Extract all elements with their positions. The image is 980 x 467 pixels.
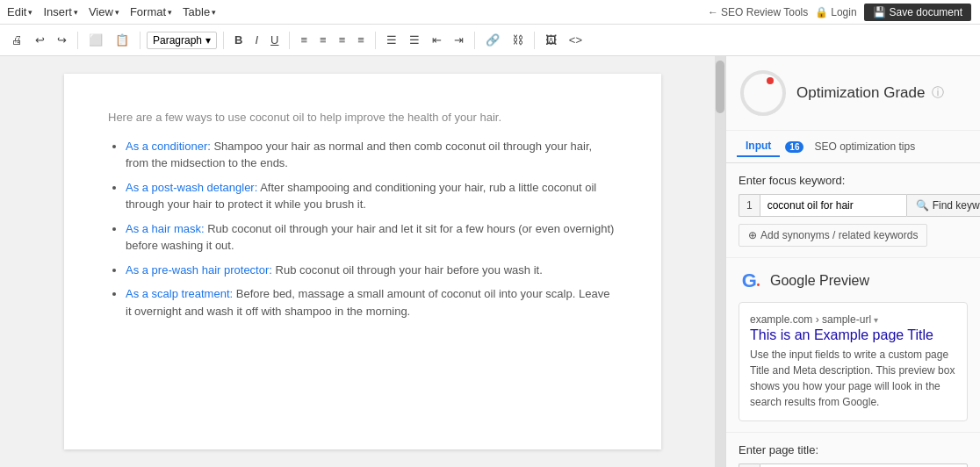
seo-tools-link[interactable]: ← SEO Review Tools xyxy=(708,6,808,18)
edit-arrow-icon: ▾ xyxy=(28,8,32,17)
back-icon: ← xyxy=(708,6,718,18)
floppy-icon: 💾 xyxy=(873,6,886,18)
focus-keyword-label: Enter focus keyword: xyxy=(739,174,968,187)
page-title-row: 2 xyxy=(739,463,968,467)
focus-keyword-section: Enter focus keyword: 1 🔍 Find keywords ⊕… xyxy=(726,163,980,258)
page-title-section: Enter page title: 2 xyxy=(726,433,980,467)
list-item-prefix-2: As a hair mask: xyxy=(126,222,207,235)
top-right-bar: ← SEO Review Tools 🔒 Login 💾 Save docume… xyxy=(699,0,980,25)
menu-format[interactable]: Format ▾ xyxy=(130,5,172,18)
separator6 xyxy=(474,32,475,49)
list-item: As a pre-wash hair protector: Rub coconu… xyxy=(126,262,617,279)
keyword-number: 1 xyxy=(739,194,760,217)
google-preview-title: Google Preview xyxy=(770,273,869,289)
menu-view[interactable]: View ▾ xyxy=(89,5,119,18)
list-item: As a post-wash detangler: After shampooi… xyxy=(126,179,617,213)
tab-seo-tips[interactable]: SEO optimization tips xyxy=(809,137,920,156)
editor-container: Here are a few ways to use coconut oil t… xyxy=(0,56,725,467)
list-item: As a scalp treatment: Before bed, massag… xyxy=(126,285,617,320)
list-item-prefix-0: As a conditioner: xyxy=(126,140,213,153)
login-link[interactable]: 🔒 Login xyxy=(815,6,856,18)
lock-icon: 🔒 xyxy=(815,6,828,18)
separator4 xyxy=(289,32,290,49)
list-item-text-3: Rub coconut oil through your hair before… xyxy=(276,263,543,277)
separator xyxy=(77,32,78,49)
toolbar: 🖨 ↩ ↪ ⬜ 📋 Paragraph ▾ B I U ≡ ≡ ≡ ≡ ☰ ☰ … xyxy=(0,25,980,56)
grade-dot xyxy=(767,77,774,84)
editor-content: Here are a few ways to use coconut oil t… xyxy=(108,109,617,320)
align-left-button[interactable]: ≡ xyxy=(296,31,312,49)
menu-table[interactable]: Table ▾ xyxy=(183,5,216,18)
keyword-row: 1 🔍 Find keywords xyxy=(739,194,968,217)
paste-button[interactable]: 📋 xyxy=(111,31,133,49)
view-arrow-icon: ▾ xyxy=(115,8,119,17)
google-preview-section: G• Google Preview example.com › sample-u… xyxy=(726,258,980,433)
main-layout: Here are a few ways to use coconut oil t… xyxy=(0,56,980,467)
tab-input[interactable]: Input xyxy=(737,136,780,157)
unordered-list-button[interactable]: ☰ xyxy=(382,31,401,49)
google-preview-box: example.com › sample-url ▾ This is an Ex… xyxy=(739,302,968,421)
optimization-grade-section: Optimization Grade ⓘ xyxy=(726,56,980,131)
menu-edit[interactable]: Edit ▾ xyxy=(7,5,32,18)
search-icon: 🔍 xyxy=(916,199,929,212)
grade-circle xyxy=(740,70,786,116)
page-title-number: 2 xyxy=(739,463,760,467)
redo-button[interactable]: ↪ xyxy=(53,31,71,49)
page-title-input[interactable] xyxy=(760,463,968,467)
menu-bar: Edit ▾ Insert ▾ View ▾ Format ▾ Table ▾ … xyxy=(0,0,980,25)
separator5 xyxy=(375,32,376,49)
find-keywords-button[interactable]: 🔍 Find keywords xyxy=(906,194,980,217)
underline-button[interactable]: U xyxy=(266,31,283,49)
unlink-button[interactable]: ⛓ xyxy=(508,31,528,49)
separator3 xyxy=(223,32,224,49)
plus-icon: ⊕ xyxy=(748,229,757,241)
editor-intro: Here are a few ways to use coconut oil t… xyxy=(108,109,617,127)
url-arrow-icon: ▾ xyxy=(874,315,878,325)
preview-url: example.com › sample-url ▾ xyxy=(750,313,956,326)
info-icon[interactable]: ⓘ xyxy=(932,85,944,101)
align-right-button[interactable]: ≡ xyxy=(335,31,350,49)
list-item-prefix-3: As a pre-wash hair protector: xyxy=(126,263,276,277)
list-item-prefix-4: As a scalp treatment: xyxy=(126,287,236,300)
menu-insert[interactable]: Insert ▾ xyxy=(43,5,78,18)
list-item: As a conditioner: Shampoo your hair as n… xyxy=(126,138,617,172)
preview-description: Use the input fields to write a custom p… xyxy=(750,347,956,410)
right-panel: Optimization Grade ⓘ Input 16 SEO optimi… xyxy=(725,56,980,467)
undo-button[interactable]: ↩ xyxy=(31,31,49,49)
save-document-button[interactable]: 💾 Save document xyxy=(864,4,971,21)
print-button[interactable]: 🖨 xyxy=(7,31,27,49)
justify-button[interactable]: ≡ xyxy=(353,31,369,49)
editor-list: As a conditioner: Shampoo your hair as n… xyxy=(108,138,617,320)
image-button[interactable]: 🖼 xyxy=(541,31,561,49)
add-synonyms-button[interactable]: ⊕ Add synonyms / related keywords xyxy=(739,224,927,247)
table-arrow-icon: ▾ xyxy=(212,8,216,17)
separator7 xyxy=(534,32,535,49)
align-center-button[interactable]: ≡ xyxy=(315,31,331,49)
google-logo: G• xyxy=(739,269,763,293)
scrollbar-thumb[interactable] xyxy=(716,61,724,113)
google-header: G• Google Preview xyxy=(739,269,968,293)
insert-arrow-icon: ▾ xyxy=(74,8,78,17)
optimization-grade-title: Optimization Grade xyxy=(796,84,925,102)
ordered-list-button[interactable]: ☰ xyxy=(405,31,424,49)
code-button[interactable]: <> xyxy=(565,31,587,49)
format-arrow-icon: ▾ xyxy=(168,8,172,17)
separator2 xyxy=(140,32,141,49)
scrollbar-track[interactable] xyxy=(715,56,725,467)
dropdown-arrow-icon: ▾ xyxy=(205,34,211,47)
page-title-label: Enter page title: xyxy=(739,443,968,456)
indent-increase-button[interactable]: ⇥ xyxy=(450,31,468,49)
keyword-input[interactable] xyxy=(760,194,906,217)
badge-count: 16 xyxy=(785,141,803,153)
italic-button[interactable]: I xyxy=(250,31,263,49)
list-item-prefix-1: As a post-wash detangler: xyxy=(126,181,260,194)
paragraph-select[interactable]: Paragraph ▾ xyxy=(147,32,217,49)
panel-tabs: Input 16 SEO optimization tips xyxy=(726,131,980,163)
list-item: As a hair mask: Rub coconut oil through … xyxy=(126,220,617,255)
bold-button[interactable]: B xyxy=(230,31,247,49)
editor-page: Here are a few ways to use coconut oil t… xyxy=(64,74,661,449)
preview-page-title: This is an Example page Title xyxy=(750,327,956,343)
indent-decrease-button[interactable]: ⇤ xyxy=(428,31,446,49)
link-button[interactable]: 🔗 xyxy=(481,31,504,49)
copy-button[interactable]: ⬜ xyxy=(84,31,107,49)
